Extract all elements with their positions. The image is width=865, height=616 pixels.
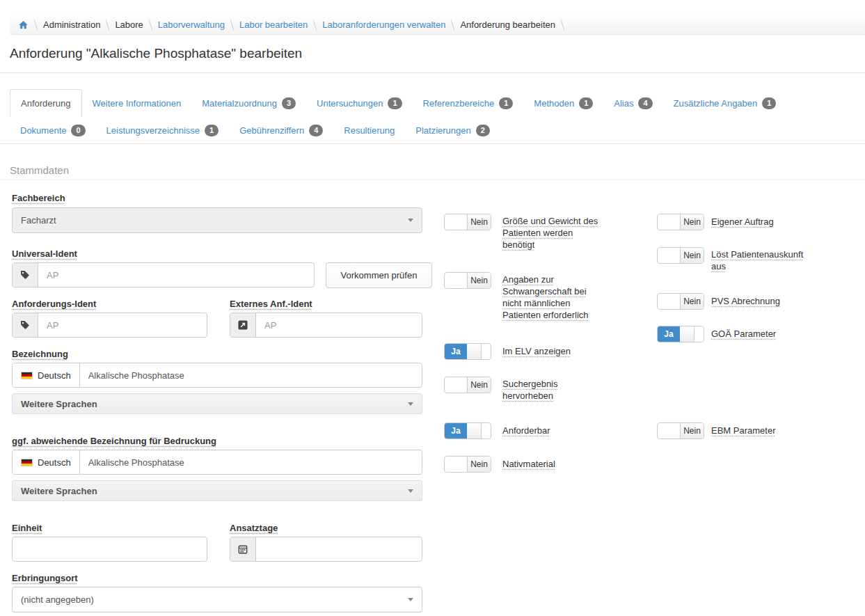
tab-label: Dokumente: [20, 125, 66, 136]
toggle-goa-parameter[interactable]: Ja: [657, 326, 704, 342]
bedruckung-group: Deutsch: [12, 450, 422, 475]
externes-ident-input[interactable]: [256, 313, 422, 337]
toggle-nativmaterial[interactable]: Nein: [444, 456, 491, 473]
fachbereich-select[interactable]: Facharzt: [12, 207, 422, 233]
bedruckung-label: ggf. abweichende Bezeichnung für Bedruck…: [12, 436, 216, 446]
einheit-input[interactable]: [13, 537, 207, 561]
tab-platzierungen[interactable]: Platzierungen2: [405, 117, 500, 143]
tab-bar-row1: Anforderung Weitere Informationen Materi…: [10, 89, 786, 117]
language-label: Deutsch: [38, 457, 71, 468]
externes-ident-group: [230, 313, 422, 338]
breadcrumb-item-administration[interactable]: Administration: [43, 19, 100, 30]
tab-materialzuordnung[interactable]: Materialzuordnung3: [191, 89, 306, 117]
bedruckung-input[interactable]: [80, 450, 422, 474]
tab-anforderung[interactable]: Anforderung: [10, 89, 82, 117]
toggle-groesse-gewicht-label: Größe und Gewicht des Patienten werden b…: [502, 215, 607, 251]
toggle-im-elv-anzeigen-label: Im ELV anzeigen: [502, 345, 607, 357]
tab-weitere-informationen[interactable]: Weitere Informationen: [82, 89, 192, 117]
tab-badge: 4: [638, 97, 652, 109]
bezeichnung-label: Bezeichnung: [12, 349, 68, 359]
tab-leistungsverzeichnisse[interactable]: Leistungsverzeichnisse1: [96, 117, 230, 143]
home-icon[interactable]: [18, 20, 29, 30]
vorkommen-pruefen-button[interactable]: Vorkommen prüfen: [326, 262, 432, 288]
chevron-down-icon: [408, 489, 413, 493]
tab-referenzbereiche[interactable]: Referenzbereiche1: [413, 89, 524, 117]
toggle-eigener-auftrag-label: Eigener Auftrag: [711, 216, 816, 228]
external-link-icon: [230, 313, 256, 337]
ansatztage-label: Ansatztage: [230, 523, 278, 533]
ansatztage-input[interactable]: [256, 537, 422, 561]
universal-ident-input[interactable]: [38, 263, 314, 287]
bezeichnung-input[interactable]: [80, 363, 422, 387]
chevron-down-icon: [408, 598, 413, 601]
toggle-state: Nein: [680, 214, 704, 230]
toggle-suchergebnis[interactable]: Nein: [444, 377, 491, 393]
tab-untersuchungen[interactable]: Untersuchungen1: [306, 89, 413, 117]
anforderungs-ident-input[interactable]: [38, 313, 207, 337]
toggle-state: Nein: [467, 457, 491, 472]
breadcrumb-item-labore[interactable]: Labore: [115, 19, 143, 30]
universal-ident-group: [12, 262, 315, 287]
divider: [0, 180, 865, 180]
breadcrumb-separator: [106, 19, 110, 31]
breadcrumb: Administration Labore Laborverwaltung La…: [10, 15, 865, 35]
breadcrumb-item-current: Anforderung bearbeiten: [460, 19, 555, 30]
bezeichnung-group: Deutsch: [12, 363, 422, 388]
weitere-sprachen-label: Weitere Sprachen: [21, 399, 97, 409]
tab-badge: 2: [476, 125, 490, 136]
toggle-state: Ja: [445, 344, 467, 359]
toggle-groesse-gewicht[interactable]: Nein: [444, 214, 491, 230]
einheit-group: [12, 537, 207, 562]
toggle-state: Nein: [467, 214, 491, 230]
universal-ident-label: Universal-Ident: [12, 248, 77, 259]
calendar-icon: [230, 537, 256, 561]
toggle-patientenauskunft[interactable]: Nein: [657, 247, 704, 264]
tab-gebuehrenziffern[interactable]: Gebührenziffern4: [229, 117, 333, 143]
externes-ident-label: Externes Anf.-Ident: [230, 299, 312, 309]
weitere-sprachen-toggle-2[interactable]: Weitere Sprachen: [12, 480, 422, 501]
tab-label: Platzierungen: [415, 125, 471, 136]
fachbereich-label: Fachbereich: [12, 193, 65, 203]
breadcrumb-item-labor-bearbeiten[interactable]: Labor bearbeiten: [239, 19, 308, 30]
tab-resultierung[interactable]: Resultierung: [333, 117, 405, 143]
toggle-im-elv-anzeigen[interactable]: Ja: [444, 343, 491, 360]
german-flag-icon: [21, 459, 33, 466]
toggle-suchergebnis-label: Suchergebnis hervorheben: [502, 378, 607, 402]
breadcrumb-separator: [148, 19, 152, 31]
toggle-state: Nein: [467, 273, 491, 288]
tab-badge: 3: [282, 97, 296, 109]
toggle-ebm-parameter-label: EBM Parameter: [711, 425, 816, 436]
tab-badge: 1: [388, 97, 402, 109]
toggle-state: Ja: [658, 326, 680, 342]
weitere-sprachen-toggle[interactable]: Weitere Sprachen: [12, 393, 422, 414]
toggle-state: Nein: [680, 248, 704, 263]
anforderungs-ident-label: Anforderungs-Ident: [12, 299, 96, 309]
tag-icon: [13, 313, 38, 337]
toggle-nativmaterial-label: Nativmaterial: [502, 458, 607, 470]
tab-label: Resultierung: [344, 125, 395, 136]
toggle-anforderbar-label: Anforderbar: [502, 425, 607, 436]
toggle-schwangerschaft[interactable]: Nein: [444, 272, 491, 289]
tab-methoden[interactable]: Methoden1: [523, 89, 603, 117]
erbringungsort-label: Erbringungsort: [12, 573, 78, 583]
german-flag-icon: [21, 372, 33, 379]
tab-alias[interactable]: Alias4: [603, 89, 662, 117]
tab-label: Zusätzliche Angaben: [674, 98, 758, 109]
toggle-state: Nein: [467, 377, 491, 393]
toggle-pvs-abrechnung[interactable]: Nein: [657, 293, 704, 310]
breadcrumb-item-laboranforderungen[interactable]: Laboranforderungen verwalten: [322, 19, 445, 30]
breadcrumb-separator: [313, 19, 317, 31]
toggle-anforderbar[interactable]: Ja: [444, 422, 491, 439]
tab-badge: 0: [71, 125, 85, 136]
tab-dokumente[interactable]: Dokumente0: [10, 117, 96, 143]
tab-zusaetzliche-angaben[interactable]: Zusätzliche Angaben1: [663, 89, 787, 117]
erbringungsort-select[interactable]: (nicht angegeben): [12, 587, 422, 613]
breadcrumb-item-laborverwaltung[interactable]: Laborverwaltung: [158, 19, 225, 30]
toggle-ebm-parameter[interactable]: Nein: [657, 422, 704, 439]
language-addon: Deutsch: [13, 450, 80, 474]
tab-label: Referenzbereiche: [423, 98, 495, 109]
tab-bar-row2: Dokumente0 Leistungsverzeichnisse1 Gebüh…: [10, 117, 500, 143]
toggle-eigener-auftrag[interactable]: Nein: [657, 214, 704, 230]
tab-label: Alias: [614, 98, 633, 109]
fachbereich-value: Facharzt: [21, 215, 56, 226]
